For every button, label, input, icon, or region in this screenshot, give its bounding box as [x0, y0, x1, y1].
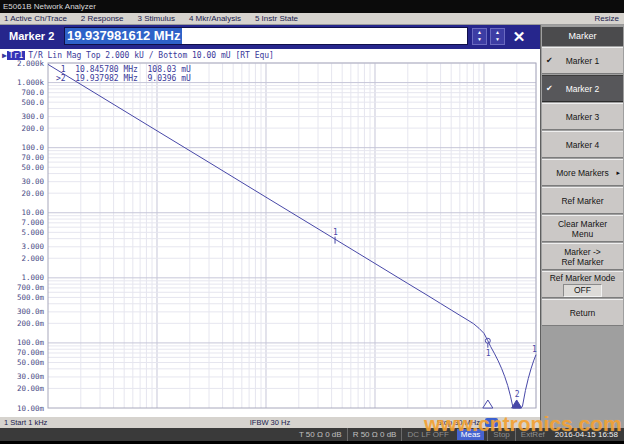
softkey-label: Marker 2 [566, 84, 600, 94]
softkey-label: Return [570, 308, 596, 318]
instrument-status-bar: T 50 Ω 0 dBR 50 Ω 0 dBDC LF OFFMeasStopE… [0, 428, 624, 441]
softkey-label: Menu [572, 229, 593, 239]
softkey-ref-marker-mode[interactable]: Ref Marker ModeOFF [542, 271, 623, 298]
submenu-arrow-icon: ▸ [616, 168, 620, 178]
svg-text:5.000: 5.000 [21, 228, 44, 237]
input-indicator-icon[interactable] [485, 418, 498, 427]
softkey-clear-marker-menu[interactable]: Clear MarkerMenu [542, 215, 623, 242]
svg-text:10.00: 10.00 [21, 208, 44, 217]
softkey-label: Marker 4 [566, 140, 600, 150]
checkmark-icon: ✔ [546, 56, 553, 66]
softkey-marker-1[interactable]: ✔Marker 1 [542, 47, 623, 74]
svg-text:2: 2 [515, 390, 520, 399]
marker-readout: 1 10.845780 MHz 108.03 mU>2 19.937982 MH… [56, 65, 191, 83]
softkey-return[interactable]: Return [542, 299, 623, 326]
status-segment-extref: ExtRef [515, 428, 550, 441]
checkmark-icon: ✔ [546, 84, 553, 94]
svg-text:200.0m: 200.0m [17, 319, 45, 328]
menu-item-2-response[interactable]: 2 Response [81, 13, 124, 25]
softkey-list: ✔Marker 1✔Marker 2Marker 3Marker 4More M… [541, 47, 624, 326]
svg-text:1: 1 [486, 349, 491, 358]
softkey-label: Ref Marker [561, 196, 603, 206]
menu-items: 1 Active Ch/Trace2 Response3 Stimulus4 M… [4, 13, 298, 25]
svg-text:100.0: 100.0 [21, 143, 44, 152]
window-title: E5061B Network Analyzer [0, 0, 624, 13]
trace-tr1 [48, 64, 536, 408]
softkey-ref-marker[interactable]: Ref Marker [542, 187, 623, 214]
trace-annotation-1: 1 [333, 228, 338, 244]
menu-bar: 1 Active Ch/Trace2 Response3 Stimulus4 M… [0, 13, 624, 25]
svg-text:1.000: 1.000 [21, 273, 44, 282]
svg-text:30.00m: 30.00m [17, 372, 45, 381]
stepper-coarse-button[interactable]: ▲▼ [472, 28, 487, 45]
svg-text:2.000: 2.000 [21, 254, 44, 263]
menu-item-4-mkr-analysis[interactable]: 4 Mkr/Analysis [189, 13, 241, 25]
svg-text:200.0: 200.0 [21, 124, 44, 133]
close-icon[interactable]: ✕ [508, 27, 530, 46]
softkey-marker-2[interactable]: ✔Marker 2 [542, 75, 623, 102]
instrument-screen: E5061B Network Analyzer 1 Active Ch/Trac… [0, 0, 624, 444]
stepper-fine-button[interactable]: ▲▼ [490, 28, 505, 45]
menu-item-5-instr-state[interactable]: 5 Instr State [255, 13, 298, 25]
softkey-marker-4[interactable]: Marker 4 [542, 131, 623, 158]
stop-frequency-label: Stop 30 MHz [437, 417, 480, 428]
softkey-marker-ref-marker[interactable]: Marker ->Ref Marker [542, 243, 623, 270]
menu-item-1-active-ch-trace[interactable]: 1 Active Ch/Trace [4, 13, 67, 25]
y-axis-labels: 2.000k1.000k700.0500.0300.0200.0100.070.… [17, 59, 45, 413]
softkey-label: Clear Marker [558, 219, 607, 229]
softkey-label: Ref Marker Mode [550, 273, 616, 283]
softkey-menu-title: Marker [542, 27, 623, 46]
graticule [48, 63, 536, 408]
svg-text:100.0m: 100.0m [17, 338, 45, 347]
softkey-label: Ref Marker [561, 257, 603, 267]
sweep-status-row: IFBW 30 Hz 1 Start 1 kHz Stop 30 MHz [0, 417, 540, 428]
svg-text:1.000k: 1.000k [17, 78, 45, 87]
marker-readout-row: >2 19.937982 MHz 9.0396 mU [56, 74, 191, 83]
marker-readout-row: 1 10.845780 MHz 108.03 mU [56, 65, 191, 74]
softkey-more-markers[interactable]: More Markers▸ [542, 159, 623, 186]
softkey-label: Marker -> [564, 247, 601, 257]
svg-text:50.00: 50.00 [21, 163, 44, 172]
status-segment-dc-lf-off: DC LF OFF [401, 428, 453, 441]
svg-text:300.0: 300.0 [21, 112, 44, 121]
graph-area: ▶Tr1T/R Lin Mag Top 2.000 kU / Bottom 10… [0, 49, 540, 417]
svg-text:70.00: 70.00 [21, 153, 44, 162]
softkey-label: Marker 3 [566, 112, 600, 122]
start-frequency-label: 1 Start 1 kHz [4, 417, 47, 428]
softkey-label: Marker 1 [566, 56, 600, 66]
marker-entry-bar: Marker 2 19.937981612 MHz ▲▼ ▲▼ ✕ [0, 25, 540, 49]
svg-text:20.00m: 20.00m [17, 384, 45, 393]
marker-entry-label: Marker 2 [9, 30, 54, 42]
marker-frequency-value: 19.937981612 MHz [65, 28, 182, 44]
marker-frequency-input[interactable]: 19.937981612 MHz [64, 27, 468, 45]
softkey-state-value: OFF [563, 284, 602, 297]
svg-text:1: 1 [333, 228, 338, 237]
softkey-sidebar: Marker ✔Marker 1✔Marker 2Marker 3Marker … [540, 25, 624, 428]
softkey-label: More Markers [556, 168, 608, 178]
svg-text:500.0m: 500.0m [17, 293, 45, 302]
menu-item-3-stimulus[interactable]: 3 Stimulus [138, 13, 175, 25]
svg-text:10.00m: 10.00m [17, 404, 45, 413]
status-datetime: 2016-04-15 16:58 [550, 428, 624, 441]
svg-text:30.00: 30.00 [21, 177, 44, 186]
trace-number-label: 1 [532, 345, 537, 354]
svg-text:500.0: 500.0 [21, 98, 44, 107]
graticule-plot: 2.000k1.000k700.0500.0300.0200.0100.070.… [0, 49, 540, 417]
svg-text:2.000k: 2.000k [17, 59, 45, 68]
svg-text:7.000: 7.000 [21, 218, 44, 227]
resize-button[interactable]: Resize [595, 13, 619, 25]
softkey-marker-3[interactable]: Marker 3 [542, 103, 623, 130]
status-segment-meas: Meas [457, 429, 485, 440]
svg-text:20.00: 20.00 [21, 189, 44, 198]
svg-text:3.000: 3.000 [21, 242, 44, 251]
status-segment-t-50-0-db: T 50 Ω 0 dB [294, 428, 347, 441]
svg-text:70.00m: 70.00m [17, 348, 45, 357]
status-segment-stop: Stop [487, 428, 514, 441]
status-segment-r-50-0-db: R 50 Ω 0 dB [347, 428, 402, 441]
svg-text:50.00m: 50.00m [17, 358, 45, 367]
svg-text:300.0m: 300.0m [17, 307, 45, 316]
svg-text:700.0: 700.0 [21, 88, 44, 97]
svg-text:700.0m: 700.0m [17, 283, 45, 292]
